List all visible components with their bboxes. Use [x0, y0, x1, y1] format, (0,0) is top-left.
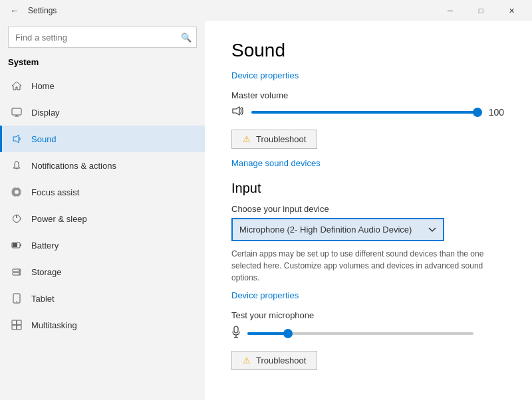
- svg-rect-19: [17, 325, 21, 330]
- storage-icon: [10, 265, 23, 278]
- svg-marker-20: [233, 107, 239, 115]
- mic-row: [231, 326, 505, 342]
- volume-slider-thumb: [473, 108, 482, 117]
- window-controls: ─ □ ✕: [435, 0, 527, 21]
- sidebar-item-label-notifications: Notifications & actions: [31, 161, 116, 171]
- sidebar-item-battery[interactable]: Battery: [0, 232, 205, 258]
- mic-icon: [231, 326, 241, 342]
- maximize-button[interactable]: □: [466, 0, 496, 21]
- troubleshoot-label-2: Troubleshoot: [256, 355, 306, 365]
- input-device-select[interactable]: Microphone (2- High Definition Audio Dev…: [231, 218, 444, 241]
- back-button[interactable]: ←: [5, 1, 24, 20]
- sidebar-item-display[interactable]: Display: [0, 99, 205, 126]
- display-icon: [10, 106, 23, 119]
- sidebar-item-label-home: Home: [31, 81, 55, 91]
- svg-rect-16: [12, 320, 17, 325]
- sidebar-item-label-display: Display: [31, 108, 60, 118]
- main-content: Sound Device properties Master volume 10…: [205, 21, 532, 400]
- svg-rect-21: [234, 326, 238, 333]
- sidebar: 🔍 System Home Display: [0, 21, 205, 400]
- close-button[interactable]: ✕: [496, 0, 527, 21]
- notifications-icon: [10, 159, 23, 172]
- minimize-button[interactable]: ─: [435, 0, 466, 21]
- search-input[interactable]: [8, 27, 197, 48]
- power-icon: [10, 212, 23, 225]
- master-volume-label: Master volume: [231, 90, 505, 100]
- sidebar-item-label-power: Power & sleep: [31, 214, 87, 224]
- mic-slider-thumb: [283, 329, 293, 338]
- sound-icon: [10, 132, 23, 146]
- troubleshoot-label: Troubleshoot: [256, 134, 306, 144]
- home-icon: [10, 79, 23, 92]
- manage-sound-devices-link[interactable]: Manage sound devices: [231, 158, 321, 168]
- volume-row: 100: [231, 106, 505, 119]
- troubleshoot-button[interactable]: ⚠ Troubleshoot: [231, 130, 317, 149]
- search-container: 🔍: [8, 27, 197, 48]
- device-properties-link[interactable]: Device properties: [231, 70, 299, 80]
- volume-slider-fill: [251, 111, 477, 114]
- test-mic-label: Test your microphone: [231, 310, 505, 320]
- battery-icon: [10, 239, 23, 252]
- sidebar-item-label-tablet: Tablet: [31, 294, 55, 304]
- volume-slider-track[interactable]: [251, 111, 477, 114]
- sidebar-item-power[interactable]: Power & sleep: [0, 205, 205, 232]
- sidebar-item-label-focus: Focus assist: [31, 187, 79, 197]
- sidebar-section-title: System: [0, 54, 205, 72]
- mic-slider-fill: [247, 332, 288, 335]
- sidebar-item-focus[interactable]: Focus assist: [0, 179, 205, 205]
- svg-point-12: [19, 270, 20, 271]
- svg-point-13: [19, 273, 20, 274]
- svg-rect-0: [12, 108, 21, 115]
- sidebar-item-label-sound: Sound: [31, 134, 57, 144]
- sidebar-item-notifications[interactable]: Notifications & actions: [0, 152, 205, 179]
- sidebar-item-multitasking[interactable]: Multitasking: [0, 312, 205, 338]
- svg-marker-3: [13, 135, 19, 143]
- svg-point-15: [16, 301, 17, 302]
- sidebar-item-home[interactable]: Home: [0, 72, 205, 99]
- sidebar-item-tablet[interactable]: Tablet: [0, 285, 205, 312]
- warning-icon: ⚠: [243, 134, 251, 144]
- svg-point-4: [15, 190, 19, 194]
- page-title: Sound: [231, 40, 505, 61]
- focus-icon: [10, 185, 23, 199]
- titlebar-title: Settings: [28, 6, 435, 15]
- volume-icon: [231, 106, 245, 119]
- warning-icon-2: ⚠: [243, 355, 251, 365]
- app-container: 🔍 System Home Display: [0, 21, 532, 400]
- tablet-icon: [10, 292, 23, 305]
- svg-rect-9: [20, 245, 21, 246]
- multitasking-icon: [10, 318, 23, 332]
- troubleshoot-button-2[interactable]: ⚠ Troubleshoot: [231, 351, 317, 370]
- sidebar-item-storage[interactable]: Storage: [0, 258, 205, 285]
- search-icon: 🔍: [181, 33, 192, 43]
- sidebar-item-label-storage: Storage: [31, 267, 62, 277]
- input-hint-text: Certain apps may be set up to use differ…: [231, 248, 505, 284]
- input-section-title: Input: [231, 181, 505, 196]
- sidebar-item-label-battery: Battery: [31, 241, 59, 250]
- input-device-label: Choose your input device: [231, 204, 505, 214]
- device-properties-link-2[interactable]: Device properties: [231, 290, 299, 300]
- mic-slider-track[interactable]: [247, 332, 473, 335]
- titlebar: ← Settings ─ □ ✕: [0, 0, 532, 21]
- volume-value: 100: [484, 107, 504, 118]
- sidebar-item-label-multitasking: Multitasking: [31, 320, 77, 330]
- svg-rect-8: [13, 243, 17, 247]
- svg-rect-17: [17, 320, 21, 325]
- svg-rect-18: [12, 325, 17, 330]
- sidebar-item-sound[interactable]: Sound: [0, 126, 205, 152]
